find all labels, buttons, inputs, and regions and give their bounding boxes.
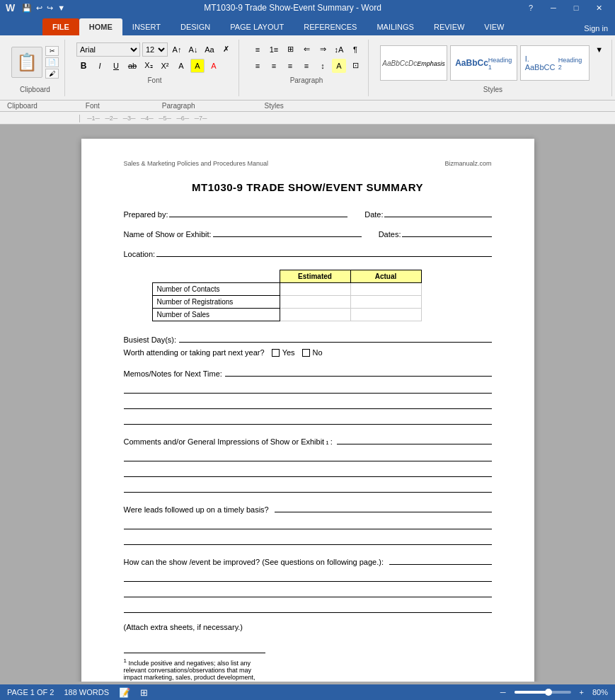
clear-format-button[interactable]: ✗ <box>219 42 233 57</box>
styles-expand-button[interactable]: ▼ <box>592 42 606 57</box>
footnote-section: 1 Include positive and negatives; also l… <box>124 653 265 682</box>
quick-access-save[interactable]: 💾 <box>22 4 32 13</box>
leads-line-1[interactable] <box>124 518 492 529</box>
sort-button[interactable]: ↕A <box>332 42 346 57</box>
bullets-button[interactable]: ≡ <box>251 42 265 57</box>
format-painter-button[interactable]: 🖌 <box>45 69 59 79</box>
decrease-indent-button[interactable]: ⇐ <box>299 42 314 57</box>
cut-button[interactable]: ✂ <box>45 46 59 56</box>
date-line[interactable] <box>384 207 491 217</box>
location-line[interactable] <box>156 247 491 257</box>
tab-references[interactable]: REFERENCES <box>294 18 367 35</box>
comments-line-2[interactable] <box>124 466 492 477</box>
worth-attending-label: Worth attending or taking part next year… <box>124 348 265 357</box>
show-name-label: Name of Show or Exhibit: <box>124 230 212 239</box>
improve-line-3[interactable] <box>124 602 492 613</box>
header-right: Bizmanualz.com <box>444 160 491 167</box>
zoom-out-button[interactable]: ─ <box>498 687 509 698</box>
font-name-select[interactable]: Arial <box>76 42 140 57</box>
style-emphasis[interactable]: AaBbCcDc Emphasis <box>380 45 447 81</box>
close-button[interactable]: ✕ <box>588 0 609 16</box>
subscript-button[interactable]: X₂ <box>142 59 156 73</box>
comments-line-1[interactable] <box>124 450 492 461</box>
tab-review[interactable]: REVIEW <box>424 18 474 35</box>
location-label: Location: <box>124 250 156 258</box>
style-heading2[interactable]: I. AaBbCC Heading 2 <box>520 45 590 81</box>
yes-option[interactable]: Yes <box>272 348 295 357</box>
memos-line-2[interactable] <box>124 398 492 409</box>
ribbon-content: 📋 ✂ 📄 🖌 Clipboard Arial 12 A↑ A↓ Aa ✗ B … <box>0 35 615 101</box>
yes-checkbox[interactable] <box>272 349 280 357</box>
superscript-button[interactable]: X² <box>158 59 172 73</box>
prepared-by-line[interactable] <box>169 207 347 217</box>
improve-section: How can the show /event be improved? (Se… <box>124 555 492 613</box>
tab-view[interactable]: VIEW <box>474 18 514 35</box>
decrease-font-button[interactable]: A↓ <box>186 42 200 57</box>
text-highlight-button[interactable]: A <box>190 59 205 73</box>
improve-line-1[interactable] <box>124 570 492 582</box>
increase-font-button[interactable]: A↑ <box>170 42 184 57</box>
change-case-button[interactable]: Aa <box>202 42 217 57</box>
font-size-select[interactable]: 12 <box>142 42 168 57</box>
minimize-button[interactable]: ─ <box>543 0 564 16</box>
row-contacts-estimated[interactable] <box>280 283 350 296</box>
spelling-icon[interactable]: 📝 <box>119 687 130 698</box>
comments-line-3[interactable] <box>124 481 492 493</box>
tab-insert[interactable]: INSERT <box>122 18 171 35</box>
line-spacing-button[interactable]: ↕ <box>316 59 330 73</box>
shading-button[interactable]: A <box>332 59 346 73</box>
zoom-slider[interactable] <box>515 691 571 694</box>
tab-page-layout[interactable]: PAGE LAYOUT <box>220 18 294 35</box>
row-registrations-actual[interactable] <box>350 296 421 309</box>
no-checkbox[interactable] <box>302 349 310 357</box>
memos-line-3[interactable] <box>124 413 492 425</box>
multilevel-button[interactable]: ⊞ <box>283 42 297 57</box>
copy-button[interactable]: 📄 <box>45 57 59 67</box>
leads-label: Were leads followed up on a timely basis… <box>124 505 269 514</box>
row-sales-estimated[interactable] <box>280 309 350 321</box>
tab-home[interactable]: HOME <box>79 18 122 35</box>
paragraph-group: ≡ 1≡ ⊞ ⇐ ⇒ ↕A ¶ ≡ ≡ ≡ ≡ ↕ A ⊡ Paragraph <box>245 40 369 96</box>
font-color-button[interactable]: A <box>207 59 221 73</box>
borders-button[interactable]: ⊡ <box>348 59 362 73</box>
bold-button[interactable]: B <box>76 59 91 73</box>
footnote-marker: 1 <box>124 658 127 664</box>
footnote-text: Include positive and negatives; also lis… <box>124 660 255 682</box>
help-icon[interactable]: ? <box>520 0 541 16</box>
sign-in-button[interactable]: Sign in <box>577 21 615 35</box>
memos-label: Memos/Notes for Next Time: <box>124 369 222 378</box>
italic-button[interactable]: I <box>93 59 107 73</box>
text-effects-button[interactable]: A <box>174 59 188 73</box>
leads-line-2[interactable] <box>124 534 492 545</box>
strikethrough-button[interactable]: ab <box>125 59 139 73</box>
quick-access-customize[interactable]: ▼ <box>57 4 65 12</box>
tab-design[interactable]: DESIGN <box>171 18 220 35</box>
quick-access-undo[interactable]: ↩ <box>36 4 42 13</box>
quick-access-redo[interactable]: ↪ <box>47 4 53 13</box>
layout-view-icon[interactable]: ⊞ <box>140 687 148 698</box>
show-name-line[interactable] <box>213 227 362 237</box>
memos-line-1[interactable] <box>124 382 492 394</box>
window-controls: ? ─ □ ✕ <box>520 0 609 16</box>
row-sales-actual[interactable] <box>350 309 421 321</box>
no-option[interactable]: No <box>302 348 323 357</box>
dates-line[interactable] <box>402 227 491 237</box>
increase-indent-button[interactable]: ⇒ <box>316 42 330 57</box>
numbering-button[interactable]: 1≡ <box>267 42 281 57</box>
improve-line-2[interactable] <box>124 586 492 597</box>
restore-button[interactable]: □ <box>565 0 587 16</box>
col-actual: Actual <box>350 270 421 283</box>
paste-button[interactable]: 📋 <box>11 47 42 78</box>
justify-button[interactable]: ≡ <box>299 59 314 73</box>
align-center-button[interactable]: ≡ <box>267 59 281 73</box>
align-right-button[interactable]: ≡ <box>283 59 297 73</box>
style-heading1[interactable]: AaBbCc Heading 1 <box>450 45 517 81</box>
align-left-button[interactable]: ≡ <box>251 59 265 73</box>
zoom-in-button[interactable]: + <box>577 687 587 698</box>
row-contacts-actual[interactable] <box>350 283 421 296</box>
tab-mailings[interactable]: MAILINGS <box>367 18 424 35</box>
tab-file[interactable]: FILE <box>42 18 79 35</box>
show-hide-button[interactable]: ¶ <box>348 42 362 57</box>
underline-button[interactable]: U <box>109 59 123 73</box>
row-registrations-estimated[interactable] <box>280 296 350 309</box>
